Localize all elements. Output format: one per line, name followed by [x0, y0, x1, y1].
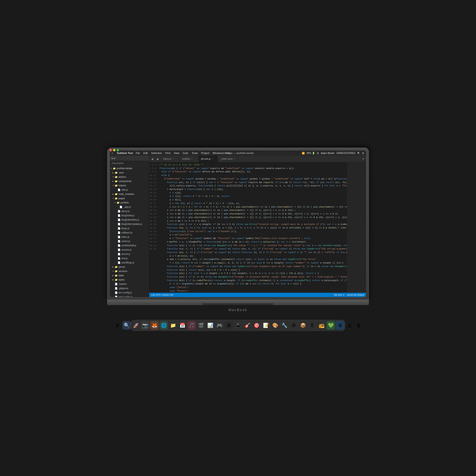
tab-nav-back[interactable]: ◀ — [149, 156, 155, 162]
menu-selection[interactable]: Selection — [151, 152, 162, 154]
dock-item-target[interactable]: 🎯 — [252, 321, 261, 330]
datetime: ☰ — [317, 152, 319, 154]
apple-logo-icon[interactable]:  — [112, 151, 113, 155]
sidebar-item-about[interactable]: 📄 about.js — [110, 209, 149, 213]
sidebar-nav: ◀ ▶ — [110, 156, 149, 161]
code-content[interactable]: /*! p5.js v1.1.9 July 22, 2020 */ !funct… — [158, 162, 347, 293]
tab-index-scss[interactable]: _index.scss × — [218, 156, 238, 162]
battery-icon: 99% 🔋 — [306, 152, 315, 154]
sidebar-item-callback[interactable]: 📄 callback.js — [110, 230, 149, 235]
window-title: p5.min.js — portfolio-binder — [222, 152, 254, 154]
sidebar-item-static[interactable]: ▶ 📁 static — [110, 273, 149, 277]
nav-back-icon[interactable]: ◀ — [111, 157, 113, 159]
dock-item-wrench[interactable]: 🔧 — [280, 321, 289, 330]
sidebar-item-blogdetail[interactable]: 📄 blogDetail.js — [110, 213, 149, 218]
sidebar-item-styles[interactable]: ▶ 📁 styles — [110, 277, 149, 282]
status-language: JavaScript (Babel) — [346, 294, 364, 296]
dock-item-print[interactable]: 🖨 — [345, 321, 354, 330]
sidebar-item-portfolio[interactable]: ▼ 📁 portfolio — [110, 200, 149, 205]
sidebar-item-blogeditorupdate[interactable]: 📄 blogEditorUpdate.js — [110, 222, 149, 226]
tab-nav-forward[interactable]: ▶ — [155, 156, 161, 162]
sidebar-item-pages[interactable]: ▼ 📁 pages — [110, 196, 149, 200]
menu-file[interactable]: File — [136, 152, 140, 154]
dock-item-terminal[interactable]: 🖥 — [224, 321, 233, 330]
dock-item-photos[interactable]: 📷 — [141, 321, 150, 330]
dock-item-gear[interactable]: ⚙ — [289, 321, 298, 330]
sidebar-item-app-js[interactable]: 📄 _app.js — [110, 205, 149, 209]
menu-bar-left:  Sublime Text File Edit Selection Find … — [112, 151, 231, 155]
menu-view[interactable]: View — [174, 152, 179, 154]
sidebar-item-server[interactable]: ▶ 📁 server — [110, 265, 149, 269]
dock-item-radio[interactable]: 📻 — [317, 321, 326, 330]
line-numbers: 1 2 3 4 5 6 7 8 9 10 11 12 13 14 15 16 1… — [149, 162, 158, 293]
menu-icon[interactable]: ☰ — [362, 152, 364, 154]
maximize-button[interactable] — [117, 149, 119, 151]
dock-item-package[interactable]: 📦 — [299, 321, 307, 330]
dock-item-sublime[interactable]: 📝 — [262, 321, 270, 330]
dock-item-chrome[interactable]: 🌐 — [159, 321, 168, 330]
sidebar-item-helpers[interactable]: ▼ 📁 helpers — [110, 183, 149, 187]
sidebar-item-next-config[interactable]: 📄 next.config.js — [110, 295, 149, 297]
menu-goto[interactable]: Goto — [183, 152, 188, 154]
menu-bar-right: 📶 99% 🔋 ☰ Adam Binder UNREGISTERED 🔍 ☰ — [302, 152, 364, 154]
tab-p5-min-js[interactable]: p5.min.js × — [199, 156, 218, 162]
sidebar-item-services[interactable]: ▼ 📁 services — [110, 269, 149, 273]
sidebar-item-env-config[interactable]: 📄 env-config.js — [110, 290, 149, 295]
dock-item-files[interactable]: 📁 — [169, 321, 177, 330]
macbook-scene:  Sublime Text File Edit Selection Find … — [107, 148, 369, 319]
editor-area: ◀ ▶ index.js × untitled × p5.m — [149, 156, 366, 297]
dock-item-siri[interactable]: 🔍 — [122, 321, 131, 330]
dock-item-trash[interactable]: 🗑 — [354, 321, 363, 330]
dock-item-finder[interactable]: 🖥 — [113, 321, 122, 330]
dock-item-podcast[interactable]: 🎙 — [308, 321, 317, 330]
unregistered-label: UNREGISTERED — [337, 152, 355, 154]
menu-edit[interactable]: Edit — [143, 152, 148, 154]
user-name: Adam Binder — [321, 152, 335, 154]
sidebar-item-index[interactable]: 📄 index.js — [110, 235, 149, 239]
macbook-base: MacBook — [107, 300, 369, 305]
sidebar-item-next[interactable]: ▶ 📁 .next — [110, 170, 149, 175]
dock-item-launchpad[interactable]: 🚀 — [132, 321, 140, 330]
sidebar-item-babelrc[interactable]: 📄 .babelrc — [110, 282, 149, 286]
menu-find[interactable]: Find — [165, 152, 170, 154]
menu-project[interactable]: Project — [201, 152, 209, 154]
tab-index-js[interactable]: index.js × — [161, 156, 180, 162]
dock-item-game[interactable]: 🎮 — [215, 321, 224, 330]
sidebar-item-portfolioedit[interactable]: 📄 portfolioEdit.js — [110, 243, 149, 248]
screen-bezel:  Sublime Text File Edit Selection Find … — [110, 151, 366, 297]
dock-item-guitar[interactable]: 🎸 — [243, 321, 252, 330]
sidebar-item-secret[interactable]: 📄 secret.js — [110, 252, 149, 256]
hinge-bar — [202, 303, 274, 305]
dock-item-firefox[interactable]: 🦊 — [150, 321, 159, 330]
sidebar-item-blogeditornew[interactable]: 📄 blogEditorNew.js — [110, 218, 149, 222]
sidebar-item-blogs[interactable]: 📄 blogs.js — [110, 226, 149, 230]
sidebar-item-portfolio-binder[interactable]: ▼ 📁 portfolio-binder — [110, 166, 149, 170]
sidebar-item-actions[interactable]: ▼ 📁 actions — [110, 175, 149, 179]
dock-item-iphone[interactable]: 📱 — [234, 321, 242, 330]
sidebar-item-gitignore[interactable]: 📄 .gitignore — [110, 286, 149, 290]
menu-tools[interactable]: Tools — [192, 152, 198, 154]
folder-tree: ▼ 📁 portfolio-binder ▶ 📁 .next ▼ — [110, 166, 149, 297]
menu-window[interactable]: Window — [213, 152, 222, 154]
tab-dropdown-btn[interactable]: ▼ — [360, 156, 366, 162]
dock-item-art[interactable]: 🎨 — [271, 321, 279, 330]
minimap-content — [347, 162, 366, 293]
dock-item-music[interactable]: 🎵 — [187, 321, 196, 330]
nav-forward-icon[interactable]: ▶ — [114, 157, 116, 159]
sidebar-item-utils[interactable]: 📄 utils.js — [110, 187, 149, 192]
close-button[interactable] — [109, 149, 112, 151]
minimize-button[interactable] — [113, 149, 116, 151]
dock-item-preview[interactable]: 🎬 — [197, 321, 205, 330]
dock-item-activity[interactable]: 📊 — [206, 321, 214, 330]
tab-untitled[interactable]: untitled × — [180, 156, 199, 162]
sidebar-item-components[interactable]: ▶ 📁 components — [110, 179, 149, 183]
dock-item-spotify[interactable]: 💚 — [326, 321, 335, 330]
sidebar-item-resume[interactable]: 📄 resume.js — [110, 248, 149, 252]
sidebar-item-owner[interactable]: 📄 owner.js — [110, 239, 149, 243]
sidebar-item-node-modules[interactable]: ▶ 📁 node_modules — [110, 192, 149, 196]
dock-item-calendar[interactable]: 📅 — [178, 321, 187, 330]
dock-item-vscode[interactable]: 🖥 — [336, 321, 344, 330]
sidebar-item-test[interactable]: 📄 test.js — [110, 256, 149, 260]
search-icon[interactable]: 🔍 — [357, 152, 360, 154]
sidebar-item-userblogs[interactable]: 📄 userBlogs.js — [110, 260, 149, 265]
